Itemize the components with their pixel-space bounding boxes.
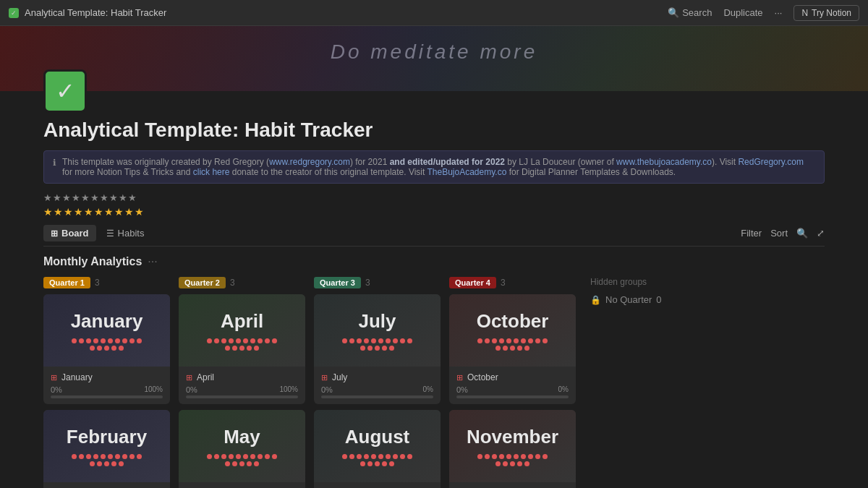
entry-label-july: July <box>332 372 347 382</box>
card-cover-april: April <box>179 294 305 367</box>
view-options-icon[interactable]: ⤢ <box>817 228 825 239</box>
card-august: August ⊞ August 0% <box>314 410 441 488</box>
filter-action[interactable]: Filter <box>741 228 762 239</box>
dot <box>367 461 373 466</box>
dot <box>104 461 109 466</box>
thebujoacademy-link[interactable]: www.thebujoacademy.co <box>616 157 712 167</box>
dots-august <box>341 454 414 466</box>
habits-icon: ☰ <box>106 228 114 239</box>
board-header: Monthly Analytics ··· <box>43 255 825 268</box>
month-name-february: February <box>67 426 147 448</box>
card-entry-october: ⊞ October <box>456 372 569 382</box>
dot <box>514 338 519 343</box>
dot <box>79 454 84 459</box>
card-may: May ⊞ May 0% <box>179 410 305 488</box>
search-action[interactable]: 🔍 Search <box>668 7 712 18</box>
q2-count: 3 <box>230 278 235 288</box>
duplicate-label: Duplicate <box>723 7 762 18</box>
card-body-october: ⊞ October 0% 0% <box>449 367 576 404</box>
dot <box>72 454 77 459</box>
more-action[interactable]: ··· <box>775 7 783 18</box>
progress-january: 0% 100% <box>51 385 163 398</box>
hidden-groups-label: Hidden groups <box>590 277 693 287</box>
dot <box>225 346 230 351</box>
dot <box>542 454 548 459</box>
bar-label-july: 0% <box>423 385 433 393</box>
dot <box>400 454 405 459</box>
dot <box>492 454 497 459</box>
page-icon-wrap: ✓ <box>0 69 868 113</box>
dot <box>528 454 533 459</box>
dot <box>400 338 405 343</box>
dot <box>221 454 226 459</box>
dot <box>111 346 116 351</box>
more-icon: ··· <box>775 7 783 18</box>
card-body-january: ⊞ January 0% 100% <box>43 367 170 404</box>
board-columns: Quarter 1 3 January ⊞ January <box>43 277 825 488</box>
dot <box>367 346 373 351</box>
dots-may <box>206 454 278 466</box>
redgregory-link[interactable]: www.redgregory.com <box>269 157 350 167</box>
sort-action[interactable]: Sort <box>770 228 788 239</box>
dot <box>254 461 259 466</box>
lock-icon: 🔒 <box>590 295 601 305</box>
no-quarter-count: 0 <box>656 294 661 305</box>
card-november: November ⊞ November 0% <box>449 410 576 488</box>
dot <box>258 454 263 459</box>
search-tab-icon[interactable]: 🔍 <box>796 228 808 239</box>
column-header-q1: Quarter 1 3 <box>43 277 170 288</box>
redgregory2-link[interactable]: RedGregory.com <box>738 157 803 167</box>
board-menu-icon[interactable]: ··· <box>148 255 157 268</box>
bar-wrap-april: 100% <box>186 395 298 398</box>
dot <box>86 338 91 343</box>
nav-left: ✓ Analytical Template: Habit Tracker <box>9 7 166 18</box>
search-icon: 🔍 <box>668 7 679 18</box>
dot <box>503 461 508 466</box>
dots-april <box>206 338 278 351</box>
dot <box>360 461 365 466</box>
dot <box>517 461 522 466</box>
dot <box>236 454 241 459</box>
hidden-groups-section: Hidden groups 🔒 No Quarter 0 <box>584 277 693 488</box>
dot <box>86 454 91 459</box>
clickhere-link[interactable]: click here <box>193 167 230 177</box>
dot <box>535 454 540 459</box>
dot <box>207 454 212 459</box>
tab-habits[interactable]: ☰ Habits <box>99 225 152 241</box>
tab-board[interactable]: ⊞ Board <box>43 225 96 241</box>
entry-label-january: January <box>61 372 93 382</box>
dot <box>477 454 482 459</box>
dot <box>407 454 412 459</box>
duplicate-action[interactable]: Duplicate <box>723 7 762 18</box>
dot <box>492 338 497 343</box>
thebujoacademy2-link[interactable]: TheBujoAcademy.co <box>427 167 506 177</box>
dot <box>232 461 237 466</box>
dot <box>111 461 116 466</box>
tabs-right: Filter Sort 🔍 ⤢ <box>741 228 825 239</box>
card-february: February ⊞ February 0% <box>43 410 170 488</box>
no-quarter-row: 🔒 No Quarter 0 <box>590 294 693 305</box>
dot <box>357 338 362 343</box>
dot <box>393 454 398 459</box>
dot <box>250 338 255 343</box>
calendar-icon: ⊞ <box>186 373 192 382</box>
dot <box>72 338 77 343</box>
pct-october: 0% <box>456 385 569 394</box>
month-name-october: October <box>477 310 549 333</box>
nav-title: Analytical Template: Habit Tracker <box>25 7 166 18</box>
tabs-left: ⊞ Board ☰ Habits <box>43 225 151 241</box>
q4-badge: Quarter 4 <box>449 277 496 288</box>
bar-label-april: 100% <box>279 385 298 393</box>
dot <box>495 346 501 351</box>
dot <box>389 461 394 466</box>
try-notion-button[interactable]: N Try Notion <box>793 5 859 21</box>
column-q3: Quarter 3 3 July ⊞ July <box>314 277 441 488</box>
tabs-row: ⊞ Board ☰ Habits Filter Sort 🔍 ⤢ <box>43 225 825 247</box>
bar-label-january: 100% <box>144 385 163 393</box>
card-january: January ⊞ January 0% <box>43 294 170 404</box>
dots-february <box>71 454 143 466</box>
dot <box>229 338 234 343</box>
dot <box>364 454 369 459</box>
q3-count: 3 <box>365 278 370 288</box>
calendar-icon: ⊞ <box>321 373 328 382</box>
